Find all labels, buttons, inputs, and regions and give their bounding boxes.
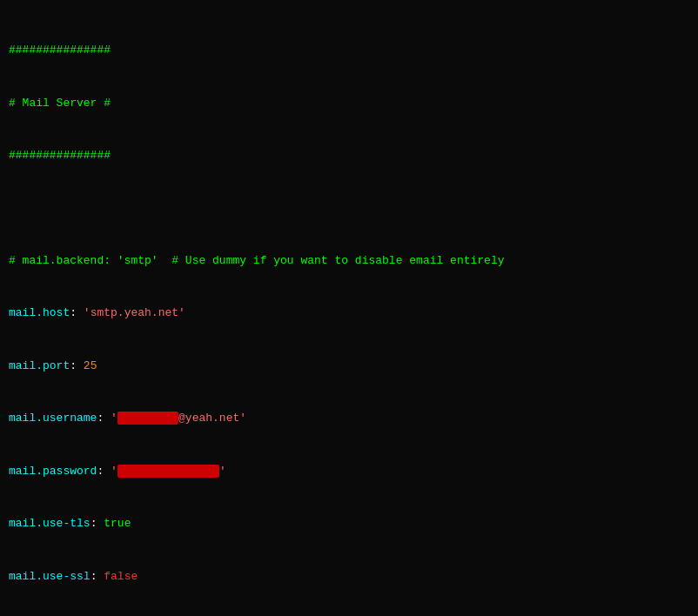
config-value-suffix: ' [219,465,226,478]
line-2: # Mail Server # [9,95,689,112]
line-10: mail.use-tls: true [9,515,689,532]
line-blank-1 [9,200,689,218]
config-value-prefix: ' [111,412,117,425]
config-key: mail.port [9,359,70,372]
comment-text: ############### [9,44,111,57]
config-value: 'smtp.yeah.net' [84,306,185,319]
line-11: mail.use-ssl: false [9,568,689,586]
comment-text: ############### [9,149,111,162]
separator: : [70,359,84,372]
comment-text: # mail.backend: 'smtp' # Use dummy if yo… [9,254,505,267]
separator: : [70,306,84,319]
line-5: # mail.backend: 'smtp' # Use dummy if yo… [9,252,689,270]
separator: : [97,465,111,478]
config-value: true [104,517,131,530]
separator: : [91,517,104,530]
config-key: mail.use-ssl [9,570,91,583]
config-key: mail.host [9,306,70,319]
config-key: mail.password [9,465,97,478]
config-value-prefix: ' [111,465,117,478]
line-9: mail.password: ' ' [9,463,689,480]
comment-text: # Mail Server # [9,97,111,110]
line-6: mail.host: 'smtp.yeah.net' [9,305,689,322]
config-key: mail.use-tls [9,517,91,530]
separator: : [97,412,111,425]
redacted-password [117,465,219,478]
separator: : [91,570,104,583]
line-3: ############### [9,147,689,164]
config-value: false [104,570,138,583]
line-8: mail.username: ' @yeah.net' [9,410,689,427]
line-7: mail.port: 25 [9,358,689,375]
config-value-suffix: @yeah.net' [178,412,246,425]
config-key: mail.username [9,412,97,425]
line-1: ############### [9,42,689,59]
redacted-username [117,412,178,425]
code-editor: ############### # Mail Server # ########… [9,7,689,616]
config-value: 25 [84,359,97,372]
